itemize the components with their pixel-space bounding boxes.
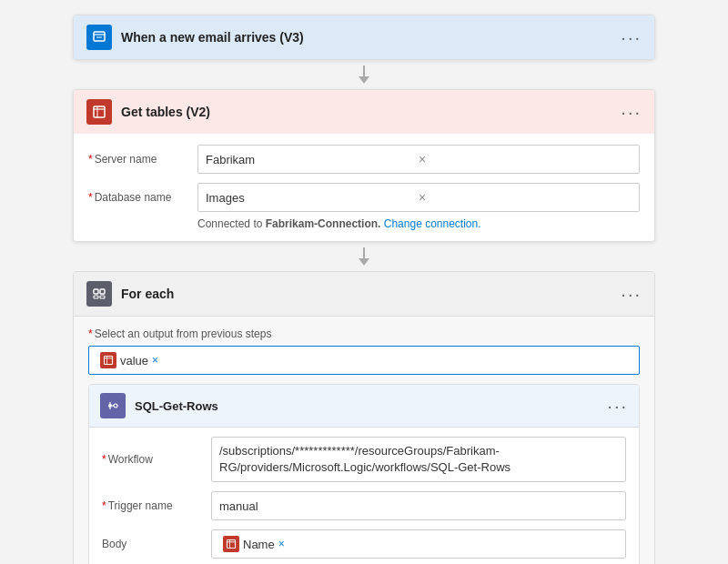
- change-connection-link[interactable]: Change connection.: [384, 217, 481, 230]
- sql-title: SQL-Get-Rows: [135, 399, 607, 413]
- get-tables-card: Get tables (V2) ··· *Server name Fabrika…: [73, 89, 655, 242]
- trigger-more-btn[interactable]: ···: [621, 27, 642, 48]
- svg-rect-8: [94, 296, 98, 298]
- get-tables-more-btn[interactable]: ···: [621, 102, 642, 123]
- svg-rect-6: [94, 289, 98, 294]
- database-field-row: *Database name Images ×: [88, 183, 640, 212]
- foreach-icon: [86, 281, 112, 307]
- body-field-row: Body Nam: [102, 529, 626, 559]
- foreach-title: For each: [121, 287, 621, 301]
- foreach-value-tag: value ×: [96, 350, 162, 370]
- svg-point-13: [108, 404, 112, 408]
- body-tag-icon: [223, 536, 239, 552]
- trigger-icon: [86, 25, 112, 50]
- trigger-name-input[interactable]: manual: [211, 491, 626, 520]
- foreach-header: For each ···: [74, 272, 654, 317]
- workflow-field-row: *Workflow /subscriptions/*************/r…: [102, 437, 626, 482]
- get-tables-title: Get tables (V2): [121, 105, 621, 119]
- svg-rect-9: [100, 296, 105, 298]
- body-tag-remove[interactable]: ×: [278, 538, 285, 550]
- server-label: *Server name: [88, 153, 197, 166]
- trigger-card: When a new email arrives (V3) ···: [73, 15, 655, 60]
- database-label: *Database name: [88, 191, 197, 204]
- foreach-more-btn[interactable]: ···: [621, 284, 642, 305]
- workflow-label: *Workflow: [102, 453, 211, 466]
- server-field-row: *Server name Fabrikam ×: [88, 145, 640, 174]
- sql-more-btn[interactable]: ···: [607, 396, 628, 417]
- svg-rect-18: [228, 540, 236, 549]
- foreach-tag-remove[interactable]: ×: [152, 354, 158, 367]
- get-tables-header: Get tables (V2) ···: [74, 90, 654, 134]
- trigger-name-field-row: *Trigger name manual: [102, 491, 626, 520]
- trigger-title: When a new email arrives (V3): [121, 30, 621, 45]
- server-input[interactable]: Fabrikam ×: [197, 145, 640, 174]
- foreach-tag-input[interactable]: value ×: [88, 346, 640, 375]
- get-tables-icon: [86, 99, 112, 125]
- foreach-tag-icon: [100, 352, 116, 368]
- svg-rect-7: [100, 289, 105, 294]
- foreach-card: For each ··· *Select an output from prev…: [73, 271, 655, 564]
- foreach-body: *Select an output from previous steps va…: [74, 317, 654, 564]
- database-input[interactable]: Images ×: [197, 183, 640, 212]
- trigger-name-label: *Trigger name: [102, 499, 211, 512]
- body-name-tag: Name ×: [219, 534, 288, 554]
- svg-point-14: [114, 404, 117, 408]
- database-clear-btn[interactable]: ×: [419, 190, 632, 205]
- server-clear-btn[interactable]: ×: [419, 152, 632, 166]
- connector-2: [359, 242, 369, 271]
- workflow-input[interactable]: /subscriptions/*************/resourceGro…: [211, 437, 626, 482]
- svg-rect-0: [94, 32, 105, 41]
- sql-header: SQL-Get-Rows ···: [89, 385, 639, 428]
- svg-rect-3: [94, 106, 105, 117]
- get-tables-body: *Server name Fabrikam × *Database name I…: [74, 134, 654, 241]
- connector-1: [359, 60, 369, 89]
- sql-body: *Workflow /subscriptions/*************/r…: [89, 428, 639, 564]
- sql-icon: [100, 393, 126, 418]
- body-label: Body: [102, 538, 211, 550]
- svg-rect-10: [105, 357, 113, 365]
- foreach-tag-label: value: [120, 354, 148, 368]
- connection-info: Connected to Fabrikam-Connection. Change…: [197, 217, 640, 230]
- foreach-select-label: *Select an output from previous steps: [88, 327, 640, 340]
- body-tag-label: Name: [243, 538, 275, 551]
- sql-get-rows-card: SQL-Get-Rows ··· *Workflow /subscription…: [88, 384, 640, 564]
- trigger-header: When a new email arrives (V3) ···: [74, 15, 654, 59]
- body-tag-input[interactable]: Name ×: [211, 529, 626, 559]
